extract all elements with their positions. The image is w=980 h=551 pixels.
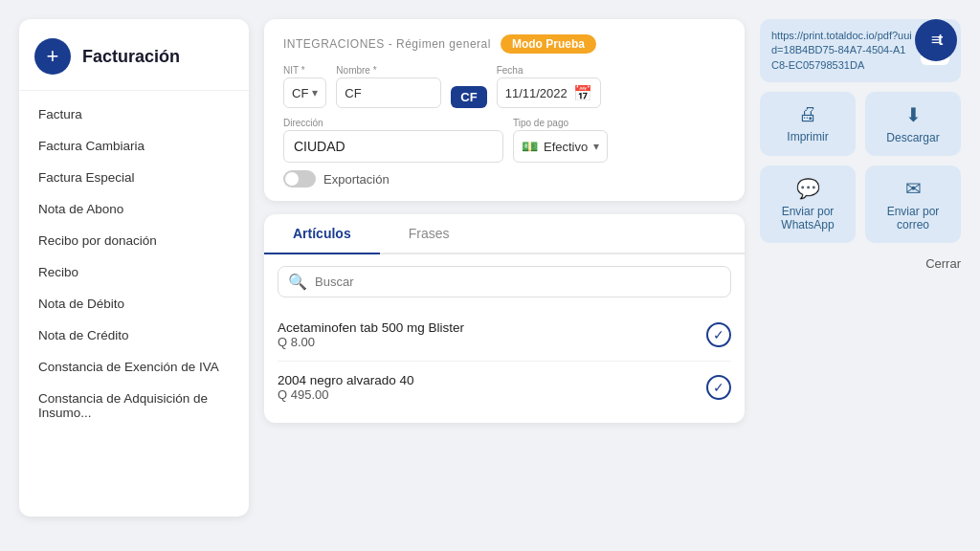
sidebar-item-recibo-donacion[interactable]: Recibo por donación — [19, 225, 249, 256]
article-name-1: Acetaminofen tab 500 mg Blister — [278, 320, 464, 335]
exportacion-row: Exportación — [283, 170, 725, 187]
close-button[interactable]: Cerrar — [925, 256, 961, 271]
sidebar-title: Facturación — [82, 47, 180, 67]
nombre-field: Nombre * — [336, 65, 441, 108]
article-item-2: 2004 negro alvarado 40 Q 495.00 ✓ — [278, 362, 731, 413]
form-row-1: NIT * CF ▾ Nombre * CF Fecha 11/11/2022 … — [283, 65, 725, 108]
main-container: + Facturación Factura Factura Cambiaria … — [0, 0, 980, 551]
sidebar-nav: Factura Factura Cambiaria Factura Especi… — [19, 91, 249, 436]
integraciones-label: INTEGRACIONES - Régimen general — [283, 37, 491, 51]
articles-card: Artículos Frases 🔍 Acetaminofen tab 500 … — [264, 214, 745, 423]
tipo-pago-dropdown-icon: ▾ — [593, 140, 599, 153]
article-info-1: Acetaminofen tab 500 mg Blister Q 8.00 — [278, 320, 464, 349]
whatsapp-label: Enviar por WhatsApp — [769, 205, 846, 231]
article-check-2[interactable]: ✓ — [706, 375, 731, 400]
url-text: https://print.totaldoc.io/pdf?uuid=18B4B… — [771, 29, 913, 73]
nit-field: NIT * CF ▾ — [283, 65, 326, 108]
modo-prueba-badge: Modo Prueba — [501, 34, 596, 54]
sidebar-item-factura-cambiaria[interactable]: Factura Cambiaria — [19, 130, 249, 162]
sidebar-item-factura-especial[interactable]: Factura Especial — [19, 162, 249, 193]
sidebar-item-constancia-adquisicion[interactable]: Constancia de Adquisición de Insumo... — [19, 383, 249, 429]
logo-symbol: ≡t — [931, 32, 942, 49]
cf-badge: CF — [451, 86, 486, 108]
nit-label: NIT * — [283, 65, 326, 76]
sidebar-item-nota-credito[interactable]: Nota de Crédito — [19, 320, 249, 351]
print-button[interactable]: 🖨 Imprimir — [760, 92, 856, 156]
tipo-pago-select[interactable]: 💵 Efectivo ▾ — [513, 130, 608, 163]
sidebar-item-recibo[interactable]: Recibo — [19, 256, 249, 288]
sidebar-item-constancia-exencion[interactable]: Constancia de Exención de IVA — [19, 351, 249, 383]
email-icon: ✉ — [905, 177, 922, 200]
print-label: Imprimir — [787, 130, 828, 143]
fecha-label: Fecha — [497, 65, 601, 76]
nombre-label: Nombre * — [336, 65, 441, 76]
tabs: Artículos Frases — [264, 214, 745, 254]
form-header: INTEGRACIONES - Régimen general Modo Pru… — [283, 34, 725, 54]
form-row-2: Dirección Tipo de pago 💵 Efectivo ▾ — [283, 118, 725, 163]
article-price-1: Q 8.00 — [278, 335, 464, 349]
article-item-1: Acetaminofen tab 500 mg Blister Q 8.00 ✓ — [278, 309, 731, 362]
sidebar-item-nota-abono[interactable]: Nota de Abono — [19, 193, 249, 225]
article-price-2: Q 495.00 — [278, 387, 414, 402]
center-panel: INTEGRACIONES - Régimen general Modo Pru… — [264, 19, 745, 423]
search-input[interactable] — [315, 275, 721, 289]
sidebar-header: + Facturación — [19, 19, 249, 91]
search-box: 🔍 — [278, 266, 731, 298]
close-row: Cerrar — [760, 253, 961, 271]
direccion-input[interactable] — [283, 130, 503, 163]
calendar-icon: 📅 — [573, 84, 592, 102]
exportacion-toggle[interactable] — [283, 170, 316, 187]
nit-input[interactable]: CF ▾ — [283, 77, 326, 108]
tipo-pago-label: Tipo de pago — [513, 118, 608, 128]
download-label: Descargar — [886, 131, 939, 144]
tipo-pago-field: Tipo de pago 💵 Efectivo ▾ — [513, 118, 608, 163]
article-check-1[interactable]: ✓ — [706, 322, 731, 347]
article-name-2: 2004 negro alvarado 40 — [278, 373, 414, 387]
nombre-input[interactable] — [336, 77, 441, 108]
form-card: INTEGRACIONES - Régimen general Modo Pru… — [264, 19, 745, 201]
download-icon: ⬇ — [905, 103, 922, 126]
direccion-field: Dirección — [283, 118, 503, 163]
fecha-input[interactable]: 11/11/2022 📅 — [497, 77, 601, 108]
email-label: Enviar por correo — [875, 205, 951, 231]
fecha-field: Fecha 11/11/2022 📅 — [497, 65, 601, 108]
action-grid: 🖨 Imprimir ⬇ Descargar 💬 Enviar por What… — [760, 92, 961, 243]
nit-dropdown-icon: ▾ — [312, 86, 318, 99]
add-button[interactable]: + — [34, 38, 71, 75]
sidebar-item-factura[interactable]: Factura — [19, 99, 249, 130]
sidebar-item-nota-debito[interactable]: Nota de Débito — [19, 288, 249, 320]
tab-articulos[interactable]: Artículos — [264, 214, 380, 253]
tab-frases[interactable]: Frases — [380, 214, 479, 253]
download-button[interactable]: ⬇ Descargar — [865, 92, 961, 156]
app-logo: ≡t — [915, 19, 957, 61]
print-icon: 🖨 — [798, 103, 817, 125]
toggle-knob — [285, 172, 299, 186]
efectivo-icon: 💵 — [522, 139, 538, 154]
whatsapp-button[interactable]: 💬 Enviar por WhatsApp — [760, 165, 856, 243]
article-info-2: 2004 negro alvarado 40 Q 495.00 — [278, 373, 414, 402]
search-icon: 🔍 — [288, 273, 307, 291]
whatsapp-icon: 💬 — [796, 177, 820, 200]
article-list: Acetaminofen tab 500 mg Blister Q 8.00 ✓… — [264, 309, 745, 423]
sidebar: + Facturación Factura Factura Cambiaria … — [19, 19, 249, 517]
email-button[interactable]: ✉ Enviar por correo — [865, 165, 961, 243]
direccion-label: Dirección — [283, 118, 503, 128]
exportacion-label: Exportación — [323, 172, 390, 187]
